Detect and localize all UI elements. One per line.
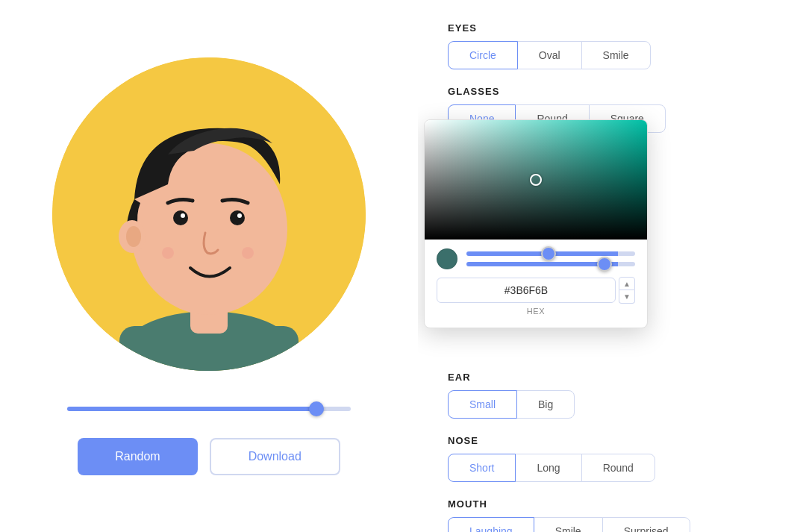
right-panel: EYES Circle Oval Smile GLASSES None Roun… [418, 0, 806, 532]
hex-input-row: #3B6F6B ▲ ▼ [437, 277, 635, 304]
nose-section: NOSE Short Long Round [448, 435, 776, 482]
download-button[interactable]: Download [210, 438, 340, 475]
color-picker-popup: #3B6F6B ▲ ▼ HEX [424, 119, 648, 328]
hex-row: #3B6F6B ▲ ▼ HEX [425, 269, 647, 316]
svg-point-6 [126, 226, 141, 247]
slider-container [67, 401, 351, 414]
nose-short-btn[interactable]: Short [448, 454, 516, 482]
avatar-svg [52, 57, 366, 371]
alpha-slider[interactable] [466, 262, 635, 266]
hex-input[interactable]: #3B6F6B [437, 278, 616, 303]
glasses-label: GLASSES [448, 86, 776, 97]
nose-label: NOSE [448, 435, 776, 446]
eyes-smile-btn[interactable]: Smile [581, 41, 651, 69]
avatar-slider[interactable] [67, 407, 351, 411]
mouth-laughing-btn[interactable]: Laughing [448, 517, 534, 532]
color-picker-dot [530, 174, 542, 186]
mouth-options: Laughing Smile Surprised [448, 517, 776, 532]
hex-up-btn[interactable]: ▲ [619, 277, 635, 290]
mouth-section: MOUTH Laughing Smile Surprised [448, 498, 776, 532]
mouth-smile-btn[interactable]: Smile [534, 517, 603, 532]
svg-point-11 [162, 247, 174, 259]
nose-round-btn[interactable]: Round [581, 454, 655, 482]
svg-point-8 [230, 210, 245, 225]
hue-slider[interactable] [466, 251, 635, 256]
hex-down-btn[interactable]: ▼ [619, 290, 635, 304]
svg-point-10 [237, 213, 242, 218]
ear-options: Small Big [448, 390, 776, 419]
eyes-options: Circle Oval Smile [448, 41, 776, 69]
action-buttons: Random Download [78, 438, 340, 475]
eyes-circle-btn[interactable]: Circle [448, 41, 518, 69]
svg-point-7 [173, 210, 188, 225]
color-swatch[interactable] [437, 248, 457, 269]
mouth-label: MOUTH [448, 498, 776, 510]
color-gradient-box[interactable] [425, 120, 647, 240]
ear-label: EAR [448, 372, 776, 383]
nose-options: Short Long Round [448, 454, 776, 482]
eyes-oval-btn[interactable]: Oval [517, 41, 582, 69]
random-button[interactable]: Random [78, 438, 197, 475]
hex-arrows: ▲ ▼ [619, 277, 635, 304]
eyes-label: EYES [448, 22, 776, 34]
ear-big-btn[interactable]: Big [516, 390, 575, 419]
nose-long-btn[interactable]: Long [515, 454, 581, 482]
ear-small-btn[interactable]: Small [448, 390, 517, 419]
avatar-container [52, 57, 366, 371]
svg-point-12 [242, 247, 254, 259]
color-sliders [466, 251, 635, 266]
mouth-surprised-btn[interactable]: Surprised [602, 517, 690, 532]
left-panel: Random Download [0, 0, 418, 532]
hex-label: HEX [527, 307, 545, 316]
svg-point-9 [181, 213, 185, 218]
ear-section: EAR Small Big [448, 372, 776, 419]
eyes-section: EYES Circle Oval Smile [448, 22, 776, 69]
color-controls [425, 240, 647, 269]
